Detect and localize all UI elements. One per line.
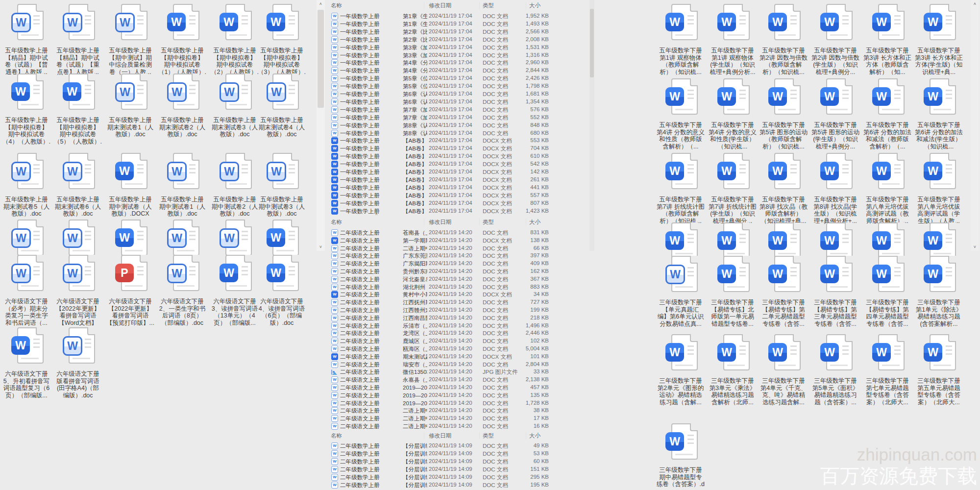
file-item[interactable]: W五年级数学上册【期中模拟卷】期中模拟试卷（4）（人教版）.d... (1, 73, 52, 146)
file-item[interactable]: W六年级语文下册3、读拼音写词语（13单元）（4页）（部编版... (209, 254, 260, 326)
file-row[interactable]: W二年级数学上册【分层训练】2.3 小小...2024/11/19 14:09D… (328, 482, 555, 489)
scroll-up-icon[interactable]: ˄ (971, 0, 979, 8)
file-item[interactable]: W五年级数学上册【精品】期中试卷（试题）【普通卷】人教版... (1, 3, 52, 75)
file-row[interactable]: W二年级语文上册苍南县（上）期末模...2024/11/19 14:20DOC … (328, 229, 555, 237)
file-row[interactable]: W一年级数学上册第6章《认识物体》...2024/11/19 17:04DOC … (328, 98, 555, 106)
file-item[interactable]: W五年级数学上册期末测试卷5（人教版）.doc (1, 152, 52, 218)
file-row[interactable]: W一年级数学上册第5章《位置与顺序...2024/11/19 17:04DOC … (328, 83, 555, 90)
file-row[interactable]: W一年级数学上册第8章《认识钟表》...2024/11/19 17:04DOC … (328, 130, 555, 137)
file-row[interactable]: W二年级语文上册龙湾区（上）期末模...2024/11/19 14:20DOC … (328, 330, 555, 337)
file-row[interactable]: W二年级语文上册期末测试题（部编）....2024/11/19 14:20DOC… (328, 353, 555, 361)
file-row[interactable]: W一年级数学上册第4章《分类》单元...2024/11/19 17:04DOC … (328, 59, 555, 67)
file-row[interactable]: W二年级语文上册2019—2020学年统编...2024/11/19 14:20… (328, 392, 555, 399)
file-item[interactable]: W五年级数学下册第2讲 因数与倍数(学生版）（知识梳理+典例分... (810, 3, 861, 75)
file-item[interactable]: W五年级数学上册【期中模拟卷】期中模拟试卷（2）（人教版）.d... (209, 3, 260, 76)
file-row[interactable]: 二年级语文上册微信13503051678免...2024/11/19 14:20… (328, 368, 555, 376)
file-item[interactable]: W五年级数学下册第7讲 折线统计图（教师版含解析）（知识梳... (655, 152, 706, 224)
file-row[interactable]: W一年级数学上册【AB卷】第六单元检...2024/11/19 17:04DOC… (328, 153, 555, 160)
file-row[interactable]: W一年级数学上册第1章《生活中的数...2024/11/19 17:04DOC … (328, 21, 555, 28)
file-item[interactable]: W五年级数学上册期中测试卷2（人教版）.doc (209, 152, 260, 218)
file-item[interactable]: W三年级数学下册第2单元《图形的运动》易错精选练习题（含解... (655, 333, 706, 406)
file-item[interactable]: W五年级数学下册第1讲 观察物体(学生版）（知识梳理+典例分析... (707, 3, 758, 75)
file-item[interactable]: W三年级数学下册第七单元易错题型专练卷（含答案）（北师大... (862, 333, 913, 406)
file-row[interactable]: W一年级数学上册【AB卷】第三单元检...2024/11/19 17:04DOC… (328, 176, 555, 184)
file-row[interactable]: W二年级数学上册【分层训练】1.2 秋游 ...2024/11/19 14:09… (328, 450, 555, 458)
file-row[interactable]: W二年级语文上册黄村中小期中测试卷...2024/11/19 14:20DOCX… (328, 291, 555, 298)
file-item[interactable]: W五年级数学上册期中测试卷（人教版）.DOCX (105, 152, 156, 218)
file-row[interactable]: W一年级数学上册【AB卷】第六单元检...2024/11/19 17:04DOC… (328, 161, 555, 168)
scrollbar-thumb[interactable] (590, 9, 594, 77)
file-row[interactable]: W一年级数学上册第7章《加减法（二...2024/11/19 17:04DOC … (328, 106, 555, 114)
file-item[interactable]: W五年级数学下册第6讲 分数的加法和减法(学生版）（知识梳... (913, 77, 964, 150)
file-row[interactable]: W一年级数学上册【AB卷】第三单元检...2024/11/19 17:04DOC… (328, 169, 555, 176)
file-row[interactable]: W二年级语文上册2019—2020学年统编...2024/11/19 14:20… (328, 400, 555, 407)
file-item[interactable]: W五年级数学下册第7讲 折线统计图(学生版）（知识梳理+典例分... (707, 152, 758, 224)
file-item[interactable]: W五年级数学下册第6讲 分数的加法和减法（教师版含解析）（... (862, 77, 913, 150)
file-row[interactable]: W二年级语文上册广东东莞测试题（部...2024/11/19 14:20DOC … (328, 252, 555, 260)
column-header-date[interactable]: 修改日期 (429, 432, 480, 440)
file-row[interactable]: W一年级数学上册【AB卷】第二单元测...2024/11/19 17:04DOC… (328, 137, 555, 145)
file-item[interactable]: W六年级语文下册（必考）期末分类复习一类生字和书后词语（... (1, 254, 52, 326)
file-item[interactable]: W五年级数学上册期末测试卷6（人教版）.doc (52, 152, 103, 218)
file-row[interactable]: W二年级语文上册二语上期中真题卷（二...2024/11/19 14:20DOC… (328, 407, 555, 415)
file-item[interactable]: W五年级数学下册第八单元培优拔高测评试题（学生版）（人教... (913, 152, 964, 224)
file-item[interactable]: W五年级数学下册第8讲 找次品(学生版）（知识梳理+典例分析+... (810, 152, 861, 224)
file-row[interactable]: W二年级语文上册第一学期期中考试（...2024/11/19 14:20DOCX… (328, 237, 555, 245)
file-item[interactable]: W五年级数学下册第2讲 因数与倍数（教师版含解析）（知识梳... (758, 3, 809, 75)
file-row[interactable]: W一年级数学上册第6章《认识物体》...2024/11/19 17:04DOC … (328, 91, 555, 98)
column-header-name[interactable]: 名称 (331, 2, 424, 9)
file-row[interactable]: W一年级数学上册【AB卷】第五单元测...2024/11/19 17:04DOC… (328, 200, 555, 207)
file-row[interactable]: W二年级语文上册河北秦皇岛监测卷（...2024/11/19 14:20DOC … (328, 276, 555, 283)
file-item[interactable]: W五年级数学上册期中测试卷1（人教版）.doc (157, 152, 208, 218)
file-item[interactable]: W三年级数学下册【易错专练】第四单元易错题型专练卷（含答... (862, 255, 913, 327)
column-header-size[interactable]: 大小 (529, 2, 540, 9)
file-item[interactable]: P六年级语文下册【2022年更新】看拼音写词语【预览打印版】... (105, 254, 156, 326)
file-item[interactable]: W五年级数学下册第4讲 分数的意义和性质（教师版含解析）（... (655, 77, 706, 150)
file-row[interactable]: W二年级语文上册江西赣州定南县期末...2024/11/19 14:20DOC … (328, 307, 555, 314)
file-row[interactable]: W二年级语文上册瓯海区（上）期末模...2024/11/19 14:20DOC … (328, 345, 555, 353)
file-row[interactable]: W一年级数学上册第1章《生活中的数...2024/11/19 17:04DOC … (328, 13, 555, 20)
file-row[interactable]: W一年级数学上册第8章《认识钟表》...2024/11/19 17:04DOC … (328, 122, 555, 129)
file-item[interactable]: W三年级数学下册第3单元《乘法》易错精选练习题含解析（北师... (707, 333, 758, 406)
column-header-date[interactable]: 修改日期 (429, 2, 480, 9)
file-row[interactable]: W二年级语文上册瑞安市（上）期末模...2024/11/19 14:20DOC … (328, 361, 555, 368)
file-item[interactable]: W五年级数学上册期中测试卷3（人教版）.doc (256, 152, 307, 218)
file-row[interactable]: W二年级数学上册【分层训练】1.3 星星...2024/11/19 14:09D… (328, 458, 555, 466)
file-item[interactable]: W三年级数学下册【易错专练】第三单元易错题型专练卷（含答... (810, 255, 861, 327)
file-item[interactable]: W六年级语文下册版看拼音写词语(田字格A4)（部编版）.doc (52, 326, 103, 399)
file-row[interactable]: W一年级数学上册【AB卷】第二单元测...2024/11/19 17:04DOC… (328, 145, 555, 152)
file-item[interactable]: W五年级数学上册期末测试卷2（人教版）.doc (157, 73, 208, 138)
column-header-type[interactable]: 类型 (483, 2, 526, 9)
file-item[interactable]: W三年级数学下册【易错专练】北师版第一单元易错题型专练卷... (707, 255, 758, 327)
column-header-size[interactable]: 大小 (529, 432, 540, 440)
file-item[interactable]: W三年级数学下册【易错专练】第二单元易错题型专练卷（含答... (758, 255, 809, 327)
file-item[interactable]: W六年级语文下册5、升初看拼音写词语题型复习（6页）（部编版... (1, 326, 52, 399)
scroll-up-icon[interactable]: ˄ (317, 0, 325, 8)
file-item[interactable]: W五年级数学下册第5讲 图形的运动(学生版）（知识梳理+典例分... (810, 77, 861, 150)
file-row[interactable]: W二年级语文上册江西南昌阶段性试卷...2024/11/19 14:20DOC … (328, 315, 555, 322)
file-row[interactable]: W一年级数学上册【AB卷】第五单元测...2024/11/19 17:04DOC… (328, 208, 555, 215)
file-item[interactable]: W三年级数学下册第5单元《面积》易错题精选练习题（含答案）... (810, 333, 861, 406)
file-item[interactable]: W五年级数学下册第3讲 长方体和正方体(学生版)（知识梳理+典... (913, 3, 964, 75)
file-row[interactable]: W二年级语文上册二语上期中真题卷（三...2024/11/19 14:20DOC… (328, 415, 555, 422)
file-row[interactable]: W二年级语文上册二语上期中真题卷（一...2024/11/19 14:20DOC… (328, 423, 555, 430)
file-row[interactable]: W一年级数学上册第4章《分类》单元...2024/11/19 17:04DOC … (328, 67, 555, 74)
file-item[interactable]: W五年级数学上册【期中模拟卷】期中模拟试卷（1）（人教版）.d... (157, 3, 208, 76)
file-row[interactable]: W二年级语文上册永嘉县（上）期末模...2024/11/19 14:20DOC … (328, 376, 555, 384)
column-header-size[interactable]: 大小 (529, 219, 540, 226)
file-row[interactable]: W二年级语文上册二语上期中测试题（...2024/11/19 14:20DOC … (328, 245, 555, 252)
column-header-date[interactable]: 修改日期 (429, 219, 480, 226)
file-item[interactable]: W五年级数学上册【精品】期中试卷（试题）【重点卷】人教版... (52, 3, 103, 75)
file-row[interactable]: W二年级语文上册鹿城区（上）期末模...2024/11/19 14:20DOC … (328, 338, 555, 345)
file-row[interactable]: W二年级数学上册【分层训练】2.2 买衣...2024/11/19 14:09D… (328, 474, 555, 481)
file-item[interactable]: W五年级数学上册【期中模拟卷】期中模拟试卷（5）（人教版）.d... (52, 73, 103, 146)
file-item[interactable]: W五年级数学上册期末测试卷1（人教版）.doc (105, 73, 156, 138)
file-row[interactable]: W一年级数学上册【AB卷】第四单元检...2024/11/19 17:04DOC… (328, 192, 555, 199)
file-row[interactable]: W一年级数学上册【AB卷】第四单元检...2024/11/19 17:04DOC… (328, 184, 555, 192)
file-row[interactable]: W二年级数学上册【分层训练】1.1 谁的...2024/11/19 14:09D… (328, 442, 555, 450)
file-row[interactable]: W二年级数学上册【分层训练】2.1 买文...2024/11/19 14:09D… (328, 466, 555, 473)
file-item[interactable]: W五年级数学下册第3讲 长方体和正方体（教师版含解析）（知... (862, 3, 913, 75)
file-item[interactable]: W五年级数学下册第1讲 观察物体（教师版含解析）（知识梳... (655, 3, 706, 75)
scrollbar-thumb[interactable] (318, 10, 324, 108)
column-header-type[interactable]: 类型 (483, 432, 526, 440)
